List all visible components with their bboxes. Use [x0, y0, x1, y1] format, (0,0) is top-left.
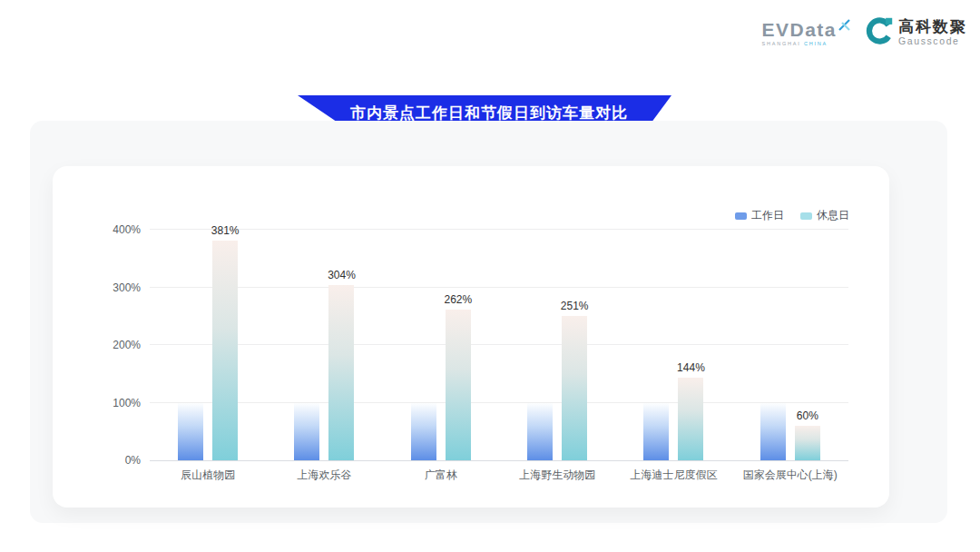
g-arc-icon [865, 16, 894, 49]
bar-wrap-restday: 262% [446, 310, 471, 460]
evdata-logo-text: EVData [761, 20, 837, 40]
bar-group: 251% [499, 224, 615, 460]
evdata-sub-left: SHANGHAI [761, 41, 800, 46]
header-logos: EVData SHANGHAI CHINA 高科数聚 Gausscode [761, 16, 967, 49]
legend-item-workday[interactable]: 工作日 [735, 208, 784, 223]
category-label: 上海欢乐谷 [266, 468, 382, 483]
y-tick-label: 200% [113, 339, 141, 351]
bar-workday [411, 403, 436, 461]
category-label: 辰山植物园 [150, 468, 266, 483]
category-label: 上海迪士尼度假区 [615, 468, 731, 483]
value-label: 144% [677, 361, 705, 374]
bar-wrap-restday: 381% [212, 241, 238, 460]
bar-workday [760, 403, 786, 461]
gausscode-logo-en: Gausscode [898, 35, 967, 46]
value-label: 251% [561, 300, 589, 312]
bar-restday [328, 285, 354, 460]
value-label: 381% [211, 224, 240, 237]
bar-restday [446, 310, 471, 460]
bar-restday [795, 426, 820, 460]
bar-groups: 381%304%262%251%144%60% [150, 224, 848, 460]
plot-area: 381%304%262%251%144%60% [150, 224, 848, 461]
y-tick-label: 0% [125, 454, 141, 467]
y-tick-label: 400% [113, 223, 141, 236]
bar-wrap-workday [527, 403, 553, 461]
bar-wrap-workday [294, 403, 319, 461]
bar-workday [643, 403, 669, 461]
gausscode-logo-cn: 高科数聚 [898, 19, 967, 35]
bar-workday [527, 403, 553, 461]
chart-card: 工作日休息日 0%100%200%300%400% 381%304%262%25… [53, 166, 889, 508]
y-axis-labels: 0%100%200%300%400% [86, 224, 141, 460]
gausscode-logo: 高科数聚 Gausscode [865, 16, 967, 49]
bar-restday [562, 316, 587, 460]
x-mark-icon [838, 18, 850, 34]
bar-wrap-workday [760, 403, 786, 461]
y-tick-label: 300% [113, 281, 141, 294]
value-label: 262% [444, 293, 472, 306]
legend-swatch-workday [735, 212, 747, 220]
value-label: 304% [328, 269, 356, 281]
bar-wrap-workday [178, 403, 203, 461]
category-label: 国家会展中心(上海) [732, 468, 848, 483]
bar-wrap-restday: 304% [328, 285, 354, 460]
bar-group: 304% [266, 224, 382, 460]
legend-item-restday[interactable]: 休息日 [800, 208, 849, 223]
y-tick-label: 100% [113, 397, 141, 409]
legend-label: 工作日 [751, 208, 784, 223]
bar-workday [294, 403, 319, 461]
category-label: 上海野生动物园 [499, 468, 615, 483]
bar-group: 262% [383, 224, 499, 460]
value-label: 60% [797, 409, 818, 422]
bar-group: 381% [150, 224, 266, 460]
legend-label: 休息日 [817, 208, 849, 223]
category-label: 广富林 [383, 468, 499, 483]
legend-swatch-restday [800, 212, 812, 220]
bar-workday [178, 403, 203, 461]
bar-restday [678, 378, 703, 460]
bar-wrap-workday [411, 403, 436, 461]
bar-wrap-restday: 60% [795, 426, 820, 460]
evdata-sub-right: CHINA [804, 41, 828, 46]
legend: 工作日休息日 [735, 208, 849, 223]
category-labels: 辰山植物园上海欢乐谷广富林上海野生动物园上海迪士尼度假区国家会展中心(上海) [150, 468, 848, 483]
bar-wrap-workday [643, 403, 669, 461]
bar-restday [212, 241, 238, 460]
bar-group: 60% [732, 224, 848, 460]
bar-group: 144% [615, 224, 731, 460]
evdata-logo-subtext: SHANGHAI CHINA [761, 41, 828, 46]
bar-wrap-restday: 144% [678, 378, 703, 460]
bar-wrap-restday: 251% [562, 316, 587, 460]
evdata-logo: EVData SHANGHAI CHINA [761, 20, 850, 46]
